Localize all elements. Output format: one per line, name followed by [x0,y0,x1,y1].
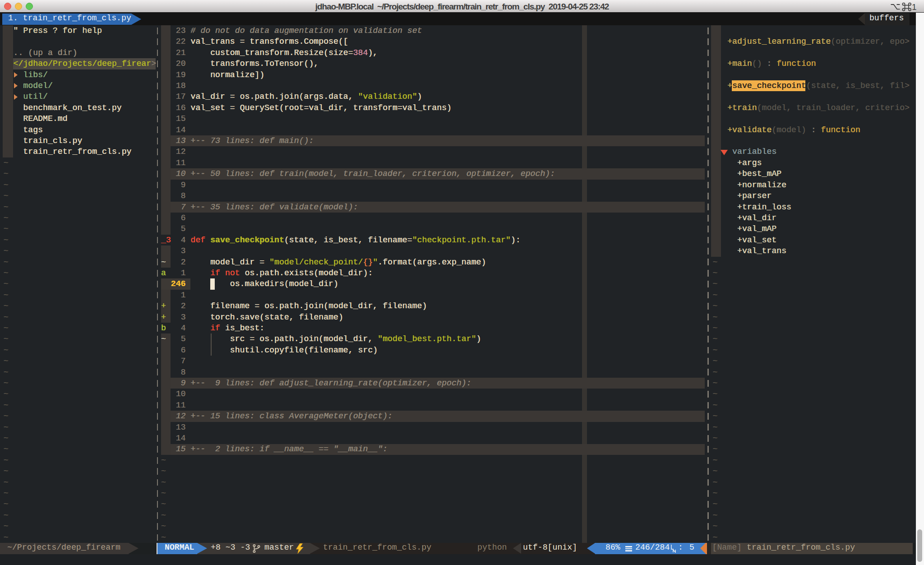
svg-text:1: 1 [912,2,917,12]
